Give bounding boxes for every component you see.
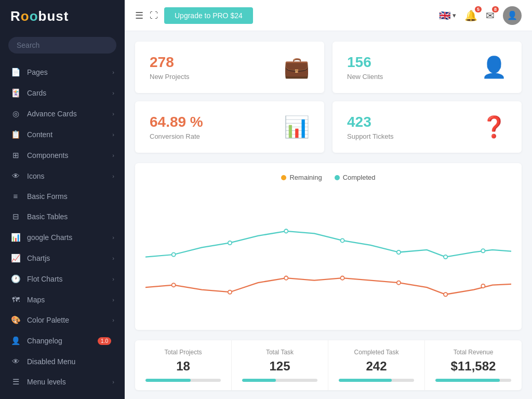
menu-icon-pages: 📄	[10, 68, 21, 77]
sidebar-item-icons[interactable]: 👁 Icons ›	[0, 166, 125, 186]
bottom-stat-completed-task: Completed Task 242	[328, 340, 425, 390]
menu-icon-basic-forms: ≡	[10, 192, 21, 201]
stat-label-new-clients: New Clients	[347, 73, 383, 81]
upgrade-button[interactable]: Upgrade to PRO $24	[164, 7, 253, 24]
menu-icon-maps: 🗺	[10, 295, 21, 304]
menu-arrow-content: ›	[112, 131, 114, 138]
stat-card-new-projects: 278 New Projects 💼	[135, 42, 324, 93]
sidebar-item-basic-tables[interactable]: ⊟ Basic Tables	[0, 206, 125, 227]
menu-label-icons: Icons	[27, 172, 112, 180]
menu-arrow-components: ›	[112, 152, 114, 158]
menu-icon-content: 📋	[10, 130, 21, 139]
menu-label-changelog: Changelog	[27, 337, 98, 345]
menu-icon-menu-levels: ☰	[10, 377, 21, 387]
stats-row: 278 New Projects 💼 156 New Clients 👤 64.…	[135, 42, 522, 153]
page-content: 278 New Projects 💼 156 New Clients 👤 64.…	[125, 31, 532, 399]
menu-label-menu-levels: Menu levels	[27, 378, 112, 386]
svg-point-12	[444, 292, 447, 296]
bell-badge: 5	[475, 6, 482, 12]
stat-info-new-projects: 278 New Projects	[150, 54, 190, 81]
sidebar-search-container	[0, 33, 125, 62]
menu-arrow-advance-cards: ›	[112, 111, 114, 117]
sidebar-item-content[interactable]: 📋 Content ›	[0, 124, 125, 145]
svg-point-11	[397, 281, 401, 285]
logo: Roobust	[0, 0, 125, 33]
stat-label-conversion-rate: Conversion Rate	[150, 132, 203, 140]
sidebar-item-pages[interactable]: 📄 Pages ›	[0, 62, 125, 83]
stat-value-new-clients: 156	[347, 54, 383, 71]
flag-arrow-icon: ▾	[453, 11, 456, 19]
chart-card: Remaining Completed	[135, 163, 522, 330]
menu-label-google-charts: google Charts	[27, 233, 112, 242]
sidebar-item-menu-levels[interactable]: ☰ Menu levels ›	[0, 371, 125, 392]
menu-badge-changelog: 1.0	[98, 337, 111, 345]
sidebar-item-flot-charts[interactable]: 🕐 Flot Charts ›	[0, 269, 125, 289]
menu-label-basic-forms: Basic Forms	[27, 192, 114, 201]
svg-point-1	[228, 241, 232, 245]
bs-label-completed-task: Completed Task	[339, 349, 414, 356]
search-input[interactable]	[8, 37, 116, 54]
sidebar-item-disabled-menu[interactable]: 👁 Disabled Menu	[0, 351, 125, 371]
remaining-label: Remaining	[289, 174, 322, 181]
progress-fill-completed-task	[339, 379, 392, 382]
user-avatar[interactable]: 👤	[503, 6, 522, 25]
menu-label-color-palette: Color Palette	[27, 316, 112, 324]
menu-arrow-google-charts: ›	[112, 234, 114, 241]
menu-arrow-menu-levels: ›	[112, 379, 114, 385]
progress-bg-total-revenue	[435, 379, 511, 382]
menu-label-chartjs: Chartjs	[27, 254, 112, 262]
language-selector[interactable]: 🇬🇧 ▾	[439, 10, 456, 21]
sidebar-item-maps[interactable]: 🗺 Maps ›	[0, 289, 125, 310]
notifications-bell[interactable]: 🔔 5	[464, 9, 477, 22]
menu-label-cards: Cards	[27, 89, 112, 97]
sidebar-item-google-charts[interactable]: 📊 google Charts ›	[0, 227, 125, 248]
menu-label-content: Content	[27, 130, 112, 139]
sidebar-item-color-palette[interactable]: 🎨 Color Palette ›	[0, 310, 125, 330]
stat-info-conversion-rate: 64.89 % Conversion Rate	[150, 114, 203, 140]
bs-value-total-revenue: $11,582	[435, 359, 511, 374]
chart-svg-container	[145, 190, 511, 320]
notifications-mail[interactable]: ✉ 8	[486, 9, 495, 22]
menu-icon-advance-cards: ◎	[10, 109, 21, 118]
stat-card-new-clients: 156 New Clients 👤	[332, 42, 522, 93]
legend-remaining: Remaining	[281, 174, 322, 181]
sidebar-item-cards[interactable]: 🃏 Cards ›	[0, 83, 125, 103]
sidebar-item-components[interactable]: ⊞ Components ›	[0, 145, 125, 166]
svg-point-5	[444, 255, 447, 259]
sidebar-item-advance-cards[interactable]: ◎ Advance Cards ›	[0, 103, 125, 124]
completed-label: Completed	[343, 174, 376, 181]
menu-arrow-maps: ›	[112, 297, 114, 303]
expand-icon[interactable]: ⛶	[150, 11, 158, 20]
stat-value-conversion-rate: 64.89 %	[150, 114, 203, 130]
sidebar-item-changelog[interactable]: 👤 Changelog 1.0	[0, 330, 125, 351]
svg-point-10	[340, 276, 344, 280]
menu-icon-disabled-menu: 👁	[10, 357, 21, 366]
sidebar-menu: 📄 Pages › 🃏 Cards › ◎ Advance Cards › 📋 …	[0, 62, 125, 399]
menu-label-basic-tables: Basic Tables	[27, 212, 114, 221]
completed-dot	[335, 175, 340, 180]
flag-icon: 🇬🇧	[439, 10, 450, 21]
legend-completed: Completed	[335, 174, 376, 181]
menu-icon-flot-charts: 🕐	[10, 274, 21, 284]
stat-card-support-tickets: 423 Support Tickets ❓	[332, 101, 522, 153]
sidebar-item-chartjs[interactable]: 📈 Chartjs ›	[0, 248, 125, 269]
topbar: ☰ ⛶ Upgrade to PRO $24 🇬🇧 ▾ 🔔 5 ✉ 8 👤	[125, 0, 532, 31]
menu-icon-google-charts: 📊	[10, 233, 21, 242]
menu-label-advance-cards: Advance Cards	[27, 110, 112, 118]
menu-arrow-flot-charts: ›	[112, 276, 114, 282]
menu-icon-chartjs: 📈	[10, 254, 21, 263]
sidebar-item-basic-forms[interactable]: ≡ Basic Forms	[0, 186, 125, 206]
bs-label-total-projects: Total Projects	[145, 349, 221, 356]
svg-point-6	[481, 249, 485, 252]
stat-label-support-tickets: Support Tickets	[347, 132, 394, 140]
menu-toggle-icon[interactable]: ☰	[135, 10, 143, 21]
stat-info-support-tickets: 423 Support Tickets	[347, 114, 394, 140]
menu-arrow-chartjs: ›	[112, 255, 114, 261]
menu-label-maps: Maps	[27, 296, 112, 304]
menu-icon-changelog: 👤	[10, 336, 21, 345]
svg-point-0	[172, 252, 176, 256]
bottom-stats: Total Projects 18 Total Task 125 Complet…	[135, 340, 522, 390]
stat-card-conversion-rate: 64.89 % Conversion Rate 📊	[135, 101, 324, 153]
menu-label-flot-charts: Flot Charts	[27, 275, 112, 283]
menu-label-components: Components	[27, 151, 112, 159]
